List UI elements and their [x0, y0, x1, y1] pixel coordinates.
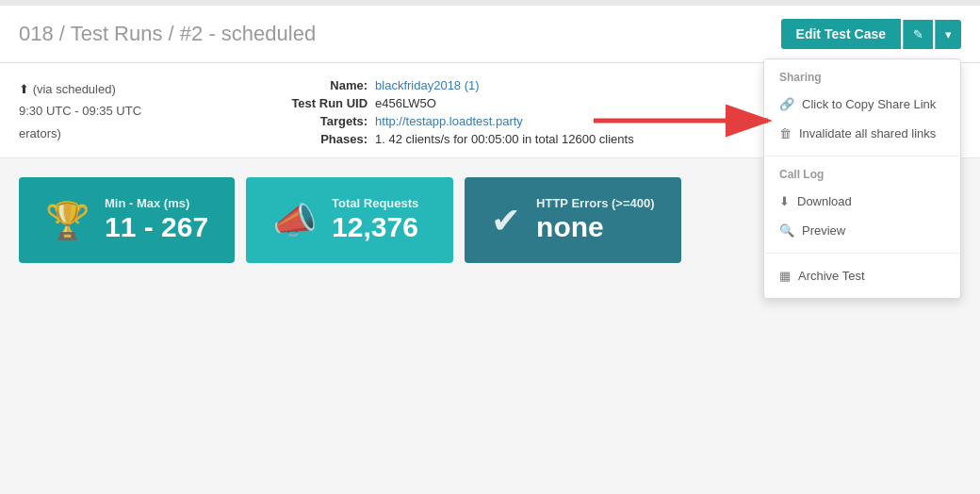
link-icon: 🔗: [779, 97, 794, 111]
archive-label: Archive Test: [798, 269, 865, 283]
breadcrumb: 018 / Test Runs / #2 - scheduled: [19, 22, 316, 46]
info-left: ⬆ (via scheduled) 9:30 UTC - 09:35 UTC e…: [19, 78, 141, 144]
calllog-label: Call Log: [764, 164, 960, 187]
page-header: 018 / Test Runs / #2 - scheduled Edit Te…: [0, 6, 980, 63]
chevron-down-icon: ▾: [945, 27, 952, 41]
stat-card-errors: ✔ HTTP Errors (>=400) none: [465, 177, 680, 263]
targets-key: Targets:: [273, 114, 368, 128]
breadcrumb-text: 018 / Test Runs / #2 - scheduled: [19, 22, 316, 45]
errors-value: none: [536, 210, 654, 244]
phases-key: Phases:: [273, 132, 368, 146]
info-right: Name: blackfriday2018 (1) Test Run UID e…: [273, 78, 634, 146]
archive-section: ▦ Archive Test: [764, 254, 960, 298]
name-link[interactable]: blackfriday2018 (1): [375, 78, 480, 92]
checkmark-icon: ✔: [491, 200, 521, 241]
name-key: Name:: [273, 78, 368, 92]
edit-icon-button[interactable]: ✎: [903, 20, 933, 49]
calllog-section: Call Log ⬇ Download 🔍 Preview: [764, 156, 960, 254]
download-item[interactable]: ⬇ Download: [764, 187, 960, 216]
requests-label: Total Requests: [332, 196, 418, 210]
header-actions: Edit Test Case ✎ ▾ Sharing 🔗 Click to Co…: [781, 19, 961, 49]
preview-item[interactable]: 🔍 Preview: [764, 216, 960, 245]
uid-key: Test Run UID: [273, 96, 368, 110]
trophy-icon: 🏆: [45, 200, 90, 241]
minmax-label: Min - Max (ms): [105, 196, 208, 210]
requests-value: 12,376: [332, 210, 418, 244]
archive-test-item[interactable]: ▦ Archive Test: [764, 261, 960, 290]
preview-icon: 🔍: [779, 223, 794, 238]
edit-test-case-button[interactable]: Edit Test Case: [781, 19, 901, 49]
generators: erators): [19, 123, 141, 144]
uid-val: e456LW5O: [375, 96, 634, 110]
minmax-value: 11 - 267: [105, 210, 208, 244]
trash-icon: 🗑: [779, 126, 792, 140]
via-scheduled: ⬆ (via scheduled): [19, 78, 141, 100]
copy-share-link-item[interactable]: 🔗 Click to Copy Share Link: [764, 90, 960, 119]
download-label: Download: [797, 194, 852, 208]
copy-share-link-label: Click to Copy Share Link: [802, 97, 936, 111]
time-range: 9:30 UTC - 09:35 UTC: [19, 100, 141, 122]
targets-link[interactable]: http://testapp.loadtest.party: [375, 114, 523, 128]
edit-icon: ✎: [913, 27, 923, 41]
invalidate-label: Invalidate all shared links: [799, 126, 936, 140]
phases-val: 1. 42 clients/s for 00:05:00 in total 12…: [375, 132, 634, 146]
megaphone-icon: 📣: [272, 200, 317, 241]
dropdown-menu: Sharing 🔗 Click to Copy Share Link 🗑 Inv…: [763, 58, 961, 299]
name-val: blackfriday2018 (1): [375, 78, 634, 92]
targets-val: http://testapp.loadtest.party: [375, 114, 634, 128]
errors-label: HTTP Errors (>=400): [536, 196, 654, 210]
preview-label: Preview: [802, 223, 845, 238]
invalidate-links-item[interactable]: 🗑 Invalidate all shared links: [764, 119, 960, 148]
sharing-section: Sharing 🔗 Click to Copy Share Link 🗑 Inv…: [764, 59, 960, 156]
stat-card-requests: 📣 Total Requests 12,376: [246, 177, 453, 263]
download-icon: ⬇: [779, 194, 790, 208]
archive-icon: ▦: [779, 269, 791, 283]
dropdown-toggle-button[interactable]: ▾: [935, 20, 961, 49]
sharing-label: Sharing: [764, 67, 960, 90]
stat-card-minmax: 🏆 Min - Max (ms) 11 - 267: [19, 177, 235, 263]
